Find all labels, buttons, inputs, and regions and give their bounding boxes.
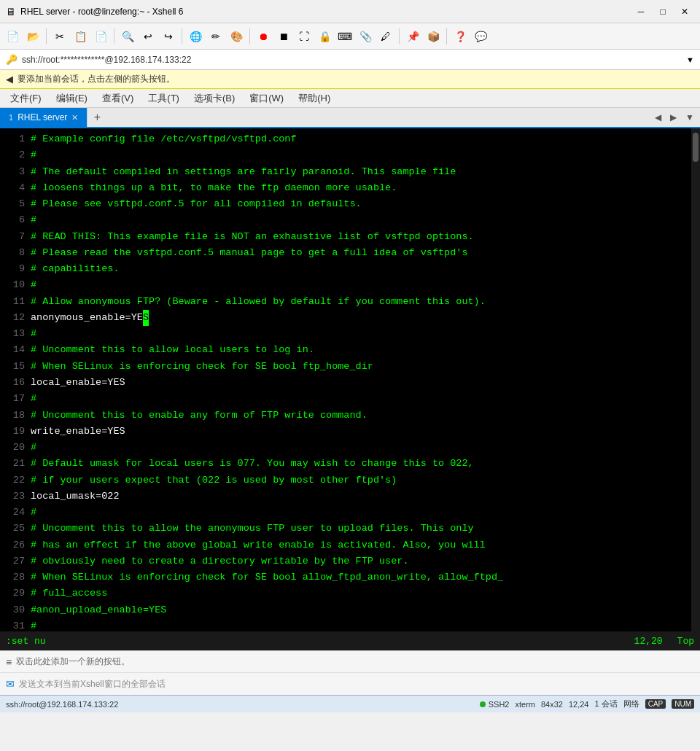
package-button[interactable]: 📦 — [424, 27, 443, 46]
copy-button[interactable]: 📋 — [71, 27, 90, 46]
lock-button[interactable]: 🔒 — [315, 27, 334, 46]
menu-tab[interactable]: 选项卡(B) — [187, 90, 242, 106]
line-24: 24 # — [0, 505, 691, 521]
menu-icon: ≡ — [6, 656, 12, 668]
terminal-size: 84x32 — [541, 700, 563, 709]
session-count: 1 会话 — [594, 699, 617, 709]
line-17: 17 # — [0, 391, 691, 407]
undo-button[interactable]: ↩ — [139, 27, 158, 46]
line-29: 29 # full_access — [0, 585, 691, 602]
terminal-content[interactable]: 1 # Example config file /etc/vsftpd/vsft… — [0, 128, 691, 631]
scroll-position: Top — [677, 636, 694, 647]
pin-button[interactable]: 📌 — [403, 27, 422, 46]
menu-tools[interactable]: 工具(T) — [141, 90, 187, 106]
line-10: 10 # — [0, 277, 691, 293]
line-27: 27 # obviously need to create a director… — [0, 553, 691, 569]
line-8: 8 # Please read the vsftpd.conf.5 manual… — [0, 245, 691, 261]
tab-nav-left-button[interactable]: ◀ — [652, 111, 664, 124]
chat-button[interactable]: 💬 — [471, 27, 490, 46]
cursor-position: 12,20 — [634, 636, 663, 647]
quick-access-toolbar: ≡ 双击此处添加一个新的按钮。 — [0, 651, 700, 673]
line-18: 18 # Uncomment this to enable any form o… — [0, 408, 691, 424]
vim-command-line: :set nu — [6, 636, 634, 647]
keyboard-button[interactable]: ⌨ — [335, 27, 354, 46]
info-arrow-icon[interactable]: ◀ — [6, 74, 13, 85]
line-15: 15 # When SELinux is enforcing check for… — [0, 359, 691, 375]
line-30: 30 #anon_upload_enable=YES — [0, 602, 691, 618]
ssh-status: ssh://root@192.168.174.133:22 — [6, 700, 474, 709]
terminal-scrollbar[interactable] — [691, 128, 700, 631]
menu-bar: 文件(F) 编辑(E) 查看(V) 工具(T) 选项卡(B) 窗口(W) 帮助(… — [0, 89, 700, 108]
line-23: 23 local_umask=022 — [0, 489, 691, 505]
line-7: 7 # READ THIS: This example file is NOT … — [0, 229, 691, 245]
line-19: 19 write_enable=YES — [0, 424, 691, 440]
scrollbar-thumb[interactable] — [693, 133, 699, 162]
help-button[interactable]: ❓ — [451, 27, 470, 46]
tab-nav-right-button[interactable]: ▶ — [667, 111, 680, 124]
line-20: 20 # — [0, 440, 691, 456]
minimize-button[interactable]: ─ — [631, 4, 650, 19]
script-button[interactable]: 🖊 — [376, 27, 395, 46]
address-dropdown-icon[interactable]: ▼ — [686, 55, 694, 64]
menu-edit[interactable]: 编辑(E) — [49, 90, 95, 106]
record-button[interactable]: ⏺ — [254, 27, 273, 46]
attach-button[interactable]: 📎 — [356, 27, 375, 46]
cursor: S — [143, 310, 149, 326]
line-13: 13 # — [0, 326, 691, 342]
cut-button[interactable]: ✂ — [50, 27, 69, 46]
terminal-status-bar: :set nu 12,20 Top — [0, 631, 700, 650]
bottom-panel: ≡ 双击此处添加一个新的按钮。 ✉ 发送文本到当前Xshell窗口的全部会话 — [0, 650, 700, 695]
line-5: 5 # Please see vsftpd.conf.5 for all com… — [0, 196, 691, 212]
key-icon: 🔑 — [6, 54, 18, 65]
close-button[interactable]: ✕ — [675, 4, 694, 19]
title-text: RHEL server - root@linzefeng:~ - Xshell … — [20, 7, 631, 17]
tab-label: RHEL server — [18, 112, 67, 122]
title-bar: 🖥 RHEL server - root@linzefeng:~ - Xshel… — [0, 0, 700, 23]
caps-lock-indicator: CAP — [645, 699, 666, 709]
menu-view[interactable]: 查看(V) — [95, 90, 141, 106]
line-31: 31 # — [0, 618, 691, 631]
new-button[interactable]: 📄 — [3, 27, 22, 46]
send-text-bar: ✉ 发送文本到当前Xshell窗口的全部会话 — [0, 673, 700, 695]
info-bar: ◀ 要添加当前会话，点击左侧的箭头按钮。 — [0, 70, 700, 89]
tab-number: 1 — [9, 113, 13, 122]
line-6: 6 # — [0, 212, 691, 228]
tab-close-button[interactable]: ✕ — [71, 113, 78, 122]
tab-bar: 1 RHEL server ✕ + ◀ ▶ ▼ — [0, 108, 700, 128]
menu-window[interactable]: 窗口(W) — [242, 90, 291, 106]
line-3: 3 # The default compiled in settings are… — [0, 164, 691, 180]
new-tab-button[interactable]: + — [88, 108, 106, 127]
line-2: 2 # — [0, 147, 691, 163]
line-11: 11 # Allow anonymous FTP? (Beware - allo… — [0, 294, 691, 310]
line-26: 26 # has an effect if the above global w… — [0, 537, 691, 553]
line-21: 21 # Default umask for local users is 07… — [0, 456, 691, 472]
menu-file[interactable]: 文件(F) — [3, 90, 49, 106]
tab-rhel-server[interactable]: 1 RHEL server ✕ — [0, 108, 88, 127]
line-4: 4 # loosens things up a bit, to make the… — [0, 180, 691, 196]
open-button[interactable]: 📂 — [23, 27, 42, 46]
tab-nav-menu-button[interactable]: ▼ — [682, 111, 697, 124]
ssh-address: ssh://root:*************@192.168.174.133… — [22, 55, 682, 65]
ssh-protocol: SSH2 — [489, 700, 510, 709]
find-button[interactable]: 🔍 — [118, 27, 137, 46]
ssh-status-dot — [480, 701, 486, 707]
line-22: 22 # if your users expect that (022 is u… — [0, 472, 691, 489]
maximize-button[interactable]: □ — [653, 4, 672, 19]
quick-access-label[interactable]: 双击此处添加一个新的按钮。 — [16, 655, 130, 668]
stop-button[interactable]: ⏹ — [274, 27, 293, 46]
terminal-type: xterm — [515, 700, 535, 709]
paste-button[interactable]: 📄 — [91, 27, 110, 46]
redo-button[interactable]: ↪ — [159, 27, 178, 46]
send-text-label: 发送文本到当前Xshell窗口的全部会话 — [19, 678, 166, 690]
menu-help[interactable]: 帮助(H) — [291, 90, 338, 106]
fullscreen-button[interactable]: ⛶ — [295, 27, 314, 46]
connect-button[interactable]: 🌐 — [186, 27, 205, 46]
line-12: 12 anonymous_enable=YES — [0, 310, 691, 326]
color-button[interactable]: 🎨 — [227, 27, 246, 46]
line-28: 28 # When SELinux is enforcing check for… — [0, 569, 691, 585]
ssh-indicator: SSH2 — [480, 700, 510, 709]
edit-button[interactable]: ✏ — [206, 27, 225, 46]
info-text: 要添加当前会话，点击左侧的箭头按钮。 — [18, 73, 175, 85]
app-status-bar: ssh://root@192.168.174.133:22 SSH2 xterm… — [0, 695, 700, 712]
main-toolbar: 📄 📂 ✂ 📋 📄 🔍 ↩ ↪ 🌐 ✏ 🎨 ⏺ ⏹ ⛶ 🔒 ⌨ 📎 🖊 📌 📦 … — [0, 23, 700, 50]
